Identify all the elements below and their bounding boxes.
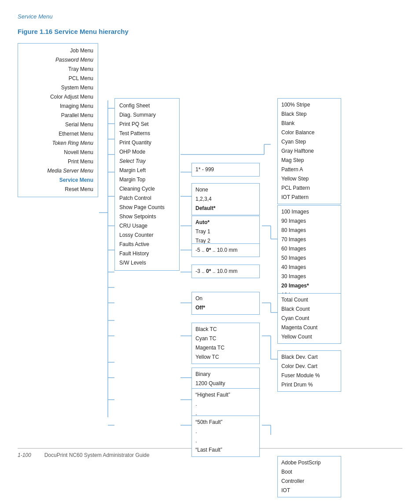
menu-item-novell: Novell Menu bbox=[22, 148, 93, 157]
menu-item-password: Password Menu bbox=[22, 55, 93, 65]
menu-item-system: System Menu bbox=[22, 83, 93, 92]
col2-sw: S/W Levels bbox=[119, 258, 175, 268]
right-box-page-counts: Total Count Black Count Cyan Count Magen… bbox=[277, 293, 341, 344]
col2-diag: Diag. Summary bbox=[119, 110, 175, 120]
menu-item-tray: Tray Menu bbox=[22, 65, 93, 74]
breadcrumb: Service Menu bbox=[18, 13, 402, 20]
col2-ohp: OHP Mode bbox=[119, 147, 175, 157]
center-menu-box: Config Sheet Diag. Summary Print PQ Set … bbox=[114, 98, 180, 271]
col2-pq: Print PQ Set bbox=[119, 120, 175, 129]
val-box-fault-history: “50th Fault” . . “Last Fault” bbox=[192, 416, 260, 457]
menu-item-parallel: Parallel Menu bbox=[22, 111, 93, 120]
val-box-patch: On Off* bbox=[192, 292, 260, 315]
col2-patch: Patch Control bbox=[119, 194, 175, 203]
diagram: Job Menu Password Menu Tray Menu PCL Men… bbox=[18, 43, 401, 435]
col2-margint: Margin Top bbox=[119, 175, 175, 184]
right-box-test-patterns: 100% Stripe Black Step Blank Color Balan… bbox=[277, 98, 341, 204]
val-box-print-qty: 1* - 999 bbox=[192, 163, 260, 177]
footer-page: 1-100 bbox=[18, 452, 31, 458]
val-box-margin-left: -5 .. 0* .. 10.0 mm bbox=[192, 243, 260, 257]
right-box-cru: Black Dev. Cart Color Dev. Cart Fuser Mo… bbox=[277, 350, 341, 392]
right-box-sw-levels: Adobe PostScrip Boot Controller IOT bbox=[277, 456, 341, 497]
menu-item-pcl: PCL Menu bbox=[22, 74, 93, 83]
col2-qty: Print Quantity bbox=[119, 138, 175, 147]
val-box-lossy: Binary 1200 Quality bbox=[192, 368, 260, 390]
val-box-margin-top: -3 .. 0* .. 10.0 mm bbox=[192, 265, 260, 278]
page: Service Menu Figure 1.16 Service Menu hi… bbox=[0, 0, 420, 476]
menu-item-token: Token Ring Menu bbox=[22, 139, 93, 148]
menu-item-media: Media Server Menu bbox=[22, 166, 93, 176]
menu-item-job: Job Menu bbox=[22, 46, 93, 55]
footer-doc: DocuPrint NC60 System Administrator Guid… bbox=[44, 452, 150, 458]
col2-lossy: Lossy Counter bbox=[119, 231, 175, 240]
val-box-setpoints: Black TC Cyan TC Magenta TC Yellow TC bbox=[192, 323, 260, 364]
col2-config: Config Sheet bbox=[119, 101, 175, 110]
col2-faults: Faults Active bbox=[119, 240, 175, 249]
menu-item-reset: Reset Menu bbox=[22, 185, 93, 194]
col2-test: Test Patterns bbox=[119, 129, 175, 138]
col2-marginl: Margin Left bbox=[119, 166, 175, 175]
col2-tray: Select Tray bbox=[119, 157, 175, 166]
menu-item-color-adjust: Color Adjust Menu bbox=[22, 92, 93, 102]
left-menu-box: Job Menu Password Menu Tray Menu PCL Men… bbox=[18, 43, 98, 197]
figure-title: Figure 1.16 Service Menu hierarchy bbox=[18, 28, 402, 35]
val-box-ohp: None 1,2,3,4 Default* bbox=[192, 183, 260, 215]
col2-pagecount: Show Page Counts bbox=[119, 203, 175, 212]
menu-item-print: Print Menu bbox=[22, 157, 93, 166]
col2-setpoints: Show Setpoints bbox=[119, 212, 175, 221]
menu-item-service: Service Menu bbox=[22, 176, 93, 185]
menu-item-serial: Serial Menu bbox=[22, 120, 93, 129]
col2-cru: CRU Usage bbox=[119, 221, 175, 231]
col2-faulth: Fault History bbox=[119, 249, 175, 258]
menu-item-imaging: Imaging Menu bbox=[22, 102, 93, 111]
col2-clean: Cleaning Cycle bbox=[119, 184, 175, 194]
menu-item-ethernet: Ethernet Menu bbox=[22, 129, 93, 139]
